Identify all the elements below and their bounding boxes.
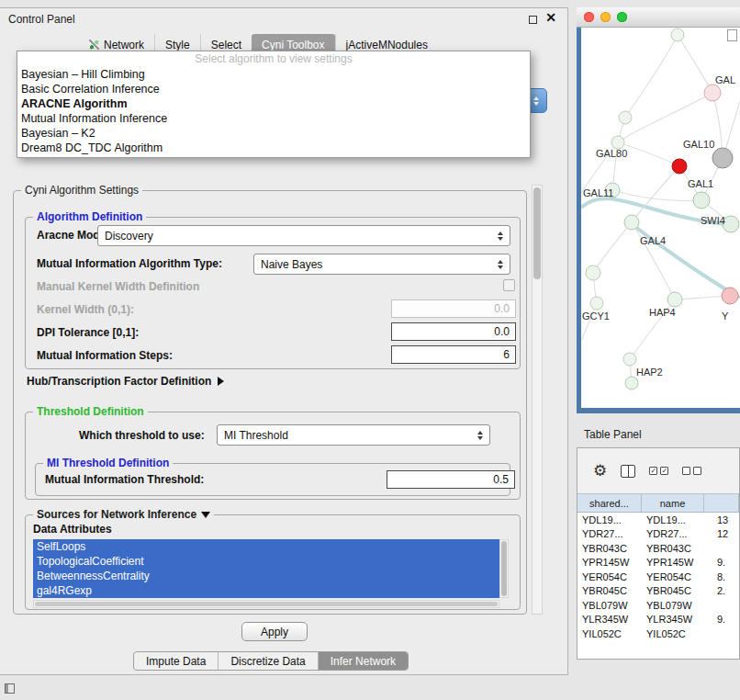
network-window-titlebar[interactable] — [577, 7, 740, 28]
network-node[interactable] — [624, 215, 639, 230]
table-row[interactable]: YDR27...YDR27...12 — [577, 527, 739, 542]
node-label-swi4: SWI4 — [701, 215, 725, 226]
table-row[interactable]: YBR043CYBR043C — [577, 541, 739, 556]
network-edge[interactable] — [678, 35, 712, 93]
network-canvas[interactable]: GALGAL80GAL10GAL11GAL1SWI4GAL4GCY1HAP4YH… — [581, 28, 740, 408]
attributes-list-vscrollbar[interactable] — [499, 539, 509, 598]
settings-gear-icon[interactable] — [593, 463, 607, 479]
network-node[interactable] — [611, 136, 624, 149]
zoom-light-icon[interactable] — [617, 12, 627, 22]
table-row[interactable]: YPR145WYPR145W9. — [577, 556, 739, 570]
scrollbar-thumb[interactable] — [501, 541, 507, 596]
network-edge[interactable] — [632, 222, 675, 299]
table-row[interactable]: YBL079WYBL079W — [577, 598, 739, 613]
tab-label: Infer Network — [331, 655, 396, 668]
table-cell: YBR043C — [577, 543, 642, 554]
algorithm-option-bayesian-hill-climbing[interactable]: Bayesian – Hill Climbing — [17, 67, 530, 82]
close-light-icon[interactable] — [584, 12, 594, 22]
float-window-icon[interactable] — [529, 16, 537, 24]
attribute-item-selfloops[interactable]: SelfLoops — [33, 539, 499, 554]
network-node[interactable] — [623, 353, 636, 366]
network-node[interactable] — [590, 297, 603, 310]
deselect-all-checkboxes-icon[interactable] — [682, 467, 701, 475]
network-node[interactable] — [672, 159, 687, 174]
hub-definition-expander[interactable]: Hub/Transcription Factor Definition — [27, 375, 224, 388]
network-edge[interactable] — [625, 35, 678, 118]
group-title-cyni-settings: Cyni Algorithm Settings — [21, 184, 142, 197]
tab-infer-network[interactable]: Infer Network — [318, 652, 408, 670]
table-row[interactable]: YLR345WYLR345W9. — [577, 613, 739, 627]
table-row[interactable]: YIL052CYIL052C — [577, 627, 739, 641]
tab-label: Select — [211, 39, 241, 51]
mi-algorithm-type-select[interactable]: Naive Bayes — [253, 254, 510, 275]
tab-label: Network — [104, 39, 144, 51]
column-header[interactable]: name — [642, 494, 704, 512]
tab-impute-data[interactable]: Impute Data — [134, 652, 218, 670]
network-node[interactable] — [722, 288, 738, 304]
attribute-item-topologicalcoefficient[interactable]: TopologicalCoefficient — [33, 554, 499, 569]
network-overview-box[interactable] — [727, 29, 737, 41]
table-cell: 8. — [704, 571, 739, 582]
network-node[interactable] — [671, 28, 684, 41]
group-title-sources[interactable]: Sources for Network Inference — [33, 508, 214, 521]
network-node[interactable] — [667, 292, 682, 307]
which-threshold-select[interactable]: MI Threshold — [217, 424, 490, 446]
algorithm-popup-placeholder: Select algorithm to view settings — [17, 51, 530, 67]
aracne-mode-select[interactable]: Discovery — [97, 225, 510, 246]
combo-arrows-icon — [498, 260, 503, 269]
select-all-checkboxes-icon[interactable] — [649, 467, 668, 475]
settings-vscrollbar[interactable] — [532, 185, 543, 615]
algorithm-option-basic-correlation-inference[interactable]: Basic Correlation Inference — [17, 82, 530, 96]
column-header[interactable]: shared... — [577, 494, 642, 512]
algorithm-option-dream8-dc-tdc-algorithm[interactable]: Dream8 DC_TDC Algorithm — [17, 141, 530, 155]
algorithm-option-mutual-information-inference[interactable]: Mutual Information Inference — [17, 111, 530, 126]
network-graph[interactable]: GALGAL80GAL10GAL11GAL1SWI4GAL4GCY1HAP4YH… — [581, 28, 740, 408]
network-node[interactable] — [625, 377, 638, 390]
close-icon[interactable] — [545, 10, 556, 25]
attribute-item-betweennesscentrality[interactable]: BetweennessCentrality — [33, 569, 499, 583]
table-row[interactable]: YBR045CYBR045C2. — [577, 584, 739, 599]
network-node[interactable] — [693, 192, 710, 209]
scrollbar-thumb[interactable] — [533, 187, 541, 279]
column-layout-icon[interactable] — [621, 465, 635, 478]
aracne-mode-value: Discovery — [105, 230, 153, 243]
network-node[interactable] — [619, 111, 632, 124]
table-cell: YIL052C — [642, 628, 704, 639]
network-node[interactable] — [586, 265, 600, 280]
kernel-width-label: Kernel Width (0,1): — [37, 303, 134, 316]
group-title-mi-threshold: MI Threshold Definition — [43, 457, 173, 469]
minimize-light-icon[interactable] — [600, 12, 611, 22]
which-threshold-value: MI Threshold — [224, 429, 288, 442]
scrollbar-thumb[interactable] — [35, 602, 498, 606]
network-node[interactable] — [704, 85, 721, 101]
table-cell: YBR045C — [642, 585, 704, 596]
attributes-list-hscrollbar[interactable] — [33, 600, 499, 608]
table-panel-window: shared...name YDL19...YDL19...13YDR27...… — [577, 447, 740, 660]
algorithm-option-bayesian-k2[interactable]: Bayesian – K2 — [17, 126, 530, 141]
mi-steps-label: Mutual Information Steps: — [37, 349, 173, 362]
node-label-gal1: GAL1 — [688, 178, 713, 189]
data-attributes-list: SelfLoopsTopologicalCoefficientBetweenne… — [33, 539, 499, 598]
algorithm-option-aracne-algorithm[interactable]: ARACNE Algorithm — [17, 96, 530, 111]
table-cell: 13 — [704, 514, 739, 525]
column-header[interactable] — [704, 494, 739, 512]
panel-dock-icon[interactable] — [5, 683, 15, 694]
mi-threshold-field[interactable]: 0.5 — [387, 470, 515, 489]
network-node[interactable] — [712, 148, 733, 168]
tab-discretize-data[interactable]: Discretize Data — [218, 652, 317, 670]
algorithm-popup-list: Bayesian – Hill ClimbingBasic Correlatio… — [17, 67, 530, 155]
mi-steps-field[interactable]: 6 — [391, 345, 516, 364]
network-edge[interactable] — [593, 222, 632, 273]
table-row[interactable]: YER054CYER054C8. — [577, 570, 739, 584]
table-body: YDL19...YDL19...13YDR27...YDR27...12YBR0… — [577, 513, 739, 641]
tab-label: jActiveMNodules — [346, 39, 428, 51]
apply-button[interactable]: Apply — [241, 622, 308, 641]
table-header-row: shared...name — [577, 493, 739, 513]
table-cell: YER054C — [577, 571, 642, 582]
dpi-tolerance-field[interactable]: 0.0 — [391, 322, 516, 341]
table-panel-title: Table Panel — [584, 428, 642, 441]
node-label-gal80: GAL80 — [596, 148, 627, 159]
attribute-item-gal4rgexp[interactable]: gal4RGexp — [33, 583, 499, 598]
table-cell: YDL19... — [642, 514, 704, 525]
table-row[interactable]: YDL19...YDL19...13 — [577, 513, 739, 527]
